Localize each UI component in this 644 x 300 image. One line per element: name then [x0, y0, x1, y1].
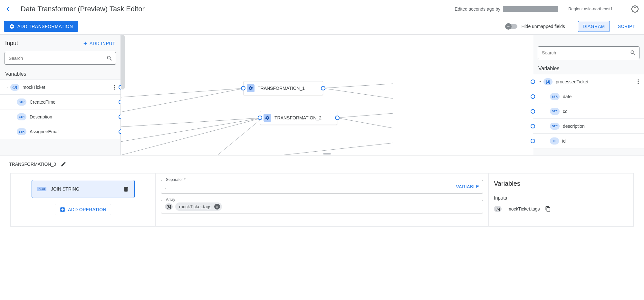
field-label: Array [165, 197, 177, 202]
chip-label: mockTicket.tags [179, 204, 212, 209]
svg-rect-3 [507, 26, 510, 26]
svg-line-15 [337, 113, 393, 118]
variable-row[interactable]: STR cc [533, 104, 644, 119]
chevron-down-icon[interactable] [4, 85, 10, 89]
toggle-thumb-icon [505, 23, 512, 30]
type-badge-str: STR [17, 128, 26, 135]
variable-chip: mockTicket.tags ✕ [175, 202, 222, 211]
svg-point-20 [638, 83, 639, 84]
chip-remove-icon[interactable]: ✕ [214, 204, 220, 210]
input-port[interactable] [531, 80, 535, 84]
variable-row[interactable]: D id [533, 134, 644, 148]
add-input-button[interactable]: ADD INPUT [82, 41, 115, 46]
node-label: TRANSFORMATION_2 [274, 115, 322, 120]
input-port[interactable] [258, 116, 262, 120]
array-field[interactable]: Array [S] mockTicket.tags ✕ [161, 200, 483, 213]
svg-point-4 [114, 85, 115, 86]
operation-chip[interactable]: ABC JOIN STRING [32, 180, 135, 198]
search-icon [630, 50, 636, 56]
variable-row[interactable]: STR description [533, 119, 644, 134]
hide-unmapped-label: Hide unmapped fields [521, 24, 565, 29]
variables-title: Variables [494, 180, 628, 187]
svg-point-18 [638, 79, 639, 80]
svg-line-12 [217, 118, 263, 155]
output-port[interactable] [321, 86, 325, 90]
variable-name: CreatedTime [30, 99, 118, 105]
edit-icon[interactable] [61, 161, 66, 167]
editor-name-redacted [503, 6, 558, 12]
output-panel: Variables {J} processedTicket STR date [533, 35, 644, 155]
type-badge-str: STR [550, 123, 560, 130]
main-area: Input ADD INPUT Variables {J} mockTicket [0, 35, 644, 155]
operation-label: JOIN STRING [51, 186, 123, 192]
type-badge-str: STR [17, 98, 26, 106]
output-port[interactable] [335, 116, 340, 120]
view-tabs: DIAGRAM SCRIPT [578, 21, 640, 32]
variable-row[interactable]: STR Description [0, 109, 120, 124]
tab-diagram[interactable]: DIAGRAM [578, 21, 610, 32]
field-label: Separator * [165, 177, 187, 182]
transformation-details-panel: TRANSFORMATION_0 ABC JOIN STRING ADD OPE… [0, 155, 644, 233]
output-search-input[interactable] [538, 46, 639, 59]
add-operation-label: ADD OPERATION [68, 207, 106, 212]
variable-name: mockTicket.tags [507, 206, 540, 211]
input-port[interactable] [531, 124, 535, 128]
search-icon [106, 55, 113, 61]
input-port[interactable] [531, 94, 535, 99]
type-badge-json: {J} [543, 78, 553, 85]
add-transformation-label: ADD TRANSFORMATION [17, 24, 73, 29]
variable-row-root[interactable]: {J} mockTicket [0, 80, 120, 95]
output-variable-tree: {J} processedTicket STR date STR cc STR … [533, 74, 644, 148]
tab-script[interactable]: SCRIPT [613, 21, 640, 32]
variable-row[interactable]: STR AssigneeEmail [0, 124, 120, 139]
variable-row-root[interactable]: {J} processedTicket [533, 74, 644, 89]
variables-section-label: Variables [0, 67, 120, 80]
input-panel-title: Input [5, 40, 18, 47]
transformation-node[interactable]: TRANSFORMATION_1 [243, 81, 323, 95]
gear-icon [264, 114, 271, 122]
input-port[interactable] [531, 139, 535, 143]
variable-row[interactable]: STR CreatedTime [0, 95, 120, 109]
svg-point-6 [114, 89, 115, 89]
svg-line-7 [121, 88, 245, 97]
add-operation-button[interactable]: ADD OPERATION [55, 204, 111, 215]
panel-resize-handle[interactable] [323, 153, 331, 155]
variable-row[interactable]: STR date [533, 89, 644, 104]
kebab-menu-icon[interactable] [635, 79, 641, 85]
variable-name: description [563, 124, 641, 129]
separator-field[interactable]: Separator * , VARIABLE [161, 180, 483, 193]
info-icon[interactable] [631, 5, 639, 13]
delete-icon[interactable] [123, 186, 129, 192]
chevron-down-icon[interactable] [537, 80, 543, 84]
scrollbar[interactable] [121, 35, 125, 89]
back-arrow-icon[interactable] [5, 5, 13, 13]
input-search-input[interactable] [5, 52, 116, 65]
hide-unmapped-toggle[interactable]: Hide unmapped fields [506, 24, 565, 29]
variable-name: processedTicket [556, 79, 635, 84]
svg-point-5 [114, 87, 115, 88]
type-badge-json: {J} [10, 84, 19, 91]
input-port[interactable] [531, 109, 535, 114]
transformation-node[interactable]: TRANSFORMATION_2 [260, 111, 337, 125]
svg-point-19 [638, 81, 639, 82]
type-badge-str: STR [550, 93, 560, 100]
type-badge-array: [S] [165, 203, 173, 210]
input-port[interactable] [241, 86, 245, 90]
kebab-menu-icon[interactable] [111, 84, 118, 90]
connection-lines [121, 35, 533, 155]
divider [563, 5, 563, 14]
diagram-canvas[interactable]: TRANSFORMATION_1 TRANSFORMATION_2 [121, 35, 533, 155]
plus-box-icon [60, 207, 65, 212]
toolbar: ADD TRANSFORMATION Hide unmapped fields … [0, 18, 644, 35]
add-transformation-button[interactable]: ADD TRANSFORMATION [4, 21, 78, 32]
input-variable-tree: {J} mockTicket STR CreatedTime STR Descr… [0, 80, 120, 139]
svg-line-14 [322, 88, 393, 98]
node-label: TRANSFORMATION_1 [258, 86, 305, 91]
edited-by-text: Edited seconds ago by [455, 6, 500, 12]
region-label: Region: asia-northeast1 [568, 6, 613, 11]
copy-icon[interactable] [545, 206, 551, 212]
variable-button[interactable]: VARIABLE [456, 184, 479, 189]
gear-icon [247, 84, 255, 92]
svg-line-16 [337, 118, 393, 128]
type-badge-str: STR [550, 108, 560, 115]
